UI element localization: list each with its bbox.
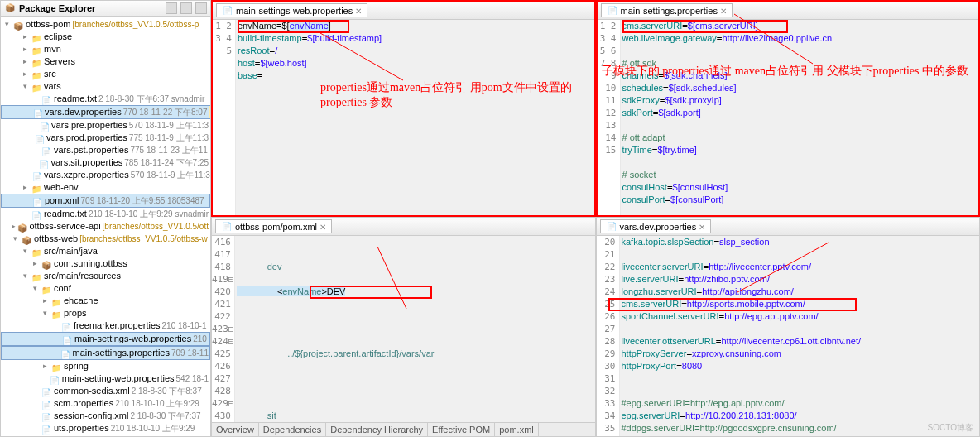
editor-area: 📄main-settings-web.properties✕ 1 2 3 4 5… <box>211 0 980 437</box>
tree-item[interactable]: ▾📁src/main/resources <box>1 270 210 282</box>
tree-item[interactable]: 📄vars.dev.properties 770 18-11-22 下午8:07… <box>1 105 210 119</box>
tree-item[interactable]: ▸📁src <box>1 68 210 80</box>
tree-item[interactable]: 📄readme.txt 210 18-10-10 上午9:29 svnadmir <box>1 208 210 220</box>
tree-item[interactable]: 📄freemarker.properties 210 18-10-1 <box>1 319 210 332</box>
tree-item[interactable]: ▸📁mvn <box>1 43 210 55</box>
tree-item[interactable]: 📄pom.xml 709 18-11-20 上午9:55 18053487 <box>1 194 210 208</box>
tree-item[interactable]: ▾📁props <box>1 307 210 319</box>
editor-pom: 📄ottbss-pom/pom.xml✕ 416 417 418 419⊟ 42… <box>211 217 596 437</box>
tree-item[interactable]: 📄main-settings.properties 709 18-11 <box>1 346 210 360</box>
tree-item[interactable]: ▸📁eclipse <box>1 31 210 43</box>
pom-tab[interactable]: Overview <box>212 423 259 436</box>
close-icon[interactable]: ✕ <box>720 7 727 16</box>
tree-item[interactable]: 📄uts.properties 210 18-10-10 上午9:29 <box>1 422 210 435</box>
tree-item[interactable]: 📄main-setting-web.properties 542 18-1 <box>1 372 210 385</box>
tab-ed3[interactable]: 📄ottbss-pom/pom.xml✕ <box>215 219 332 233</box>
tree-item[interactable]: 📄vars.prod.properties 775 18-11-9 上午11:3 <box>1 132 210 144</box>
code-area[interactable]: kafka.topic.slspSection=slsp_section liv… <box>620 236 980 436</box>
tree-item[interactable]: ▸📁web-env <box>1 181 210 194</box>
watermark: SOCTO博客 <box>928 422 973 434</box>
close-icon[interactable]: ✕ <box>355 7 362 16</box>
code-area[interactable]: cms.serverURI=$[cms.serverURI] web.liveI… <box>621 20 979 215</box>
tree-item[interactable]: 📄vars.xzpre.properties 570 18-11-9 上午11:… <box>1 169 210 181</box>
tree-item[interactable]: ▸📁Servers <box>1 55 210 68</box>
code-area[interactable]: dev <envName>DEV ../${project.parent.art… <box>235 236 595 422</box>
project-tree[interactable]: ▾📦ottbss-pom [branches/ottbss_VV1.0.5/ot… <box>1 17 210 436</box>
tree-item[interactable]: 📄session-config.xml 2 18-8-30 下午7:37 <box>1 410 210 422</box>
close-icon[interactable]: ✕ <box>319 223 326 232</box>
pom-tab[interactable]: pom.xml <box>495 423 539 436</box>
tree-item[interactable]: 📄vars.pst.properties 775 18-11-23 上午11 <box>1 144 210 156</box>
tree-item[interactable]: ▾📁vars <box>1 80 210 93</box>
tree-item[interactable]: ▸📦ottbss-service-api [branches/ottbss_VV… <box>1 220 210 233</box>
pom-editor-tabs[interactable]: OverviewDependenciesDependency Hierarchy… <box>212 422 595 436</box>
explorer-title: Package Explorer <box>19 3 162 13</box>
gutter: 416 417 418 419⊟ 420 421 422 423⊟ 424⊟ 4… <box>212 236 235 422</box>
focus-icon[interactable] <box>180 2 192 14</box>
tab-ed1[interactable]: 📄main-settings-web.properties✕ <box>216 3 368 17</box>
link-editor-icon[interactable] <box>166 2 177 14</box>
tab-ed4[interactable]: 📄vars.dev.properties✕ <box>600 219 712 233</box>
package-icon: 📦 <box>4 3 16 13</box>
explorer-header: 📦 Package Explorer <box>1 1 210 17</box>
tree-item[interactable]: 📄readme.txt 2 18-8-30 下午6:37 svnadmir <box>1 93 210 105</box>
editor-vars-dev: 📄vars.dev.properties✕ 20 21 22 23 24 25 … <box>596 217 981 437</box>
project-root[interactable]: ▾📦ottbss-pom [branches/ottbss_VV1.0.5/ot… <box>1 18 210 31</box>
tree-item[interactable]: ▸📦com.suning.ottbss <box>1 257 210 270</box>
tree-item[interactable]: 📄scm.properties 210 18-10-10 上午9:29 <box>1 397 210 410</box>
tree-item[interactable]: ▾📦ottbss-web [branches/ottbss_VV1.0.5/ot… <box>1 233 210 245</box>
tree-item[interactable]: 📄vars.sit.properties 785 18-11-24 下午7:25 <box>1 156 210 169</box>
tree-item[interactable]: 📄main-settings-web.properties 210 <box>1 332 210 346</box>
gutter: 1 2 3 4 5 6 7 8 9 10 11 12 13 14 15 <box>598 20 621 215</box>
editor-main-settings-web: 📄main-settings-web.properties✕ 1 2 3 4 5… <box>211 0 596 217</box>
editor-main-settings: 📄main-settings.properties✕ 1 2 3 4 5 6 7… <box>596 0 981 217</box>
tree-item[interactable]: ▸📁spring <box>1 360 210 372</box>
code-area[interactable]: envName=$[envName] build-timestamp=$[bui… <box>236 20 594 215</box>
tab-ed2[interactable]: 📄main-settings.properties✕ <box>601 3 733 17</box>
pom-tab[interactable]: Dependency Hierarchy <box>326 423 428 436</box>
tree-item[interactable]: ▸📁ehcache <box>1 295 210 307</box>
menu-icon[interactable] <box>195 2 207 14</box>
tree-item[interactable]: 📄common-sedis.xml 2 18-8-30 下午8:37 <box>1 385 210 397</box>
pom-tab[interactable]: Effective POM <box>428 423 495 436</box>
gutter: 20 21 22 23 24 25 26 27 28 29 30 31 32 3… <box>597 236 620 436</box>
package-explorer-panel: 📦 Package Explorer ▾📦ottbss-pom [branche… <box>0 0 211 437</box>
tree-item[interactable]: ▾📁conf <box>1 282 210 295</box>
close-icon[interactable]: ✕ <box>699 223 705 232</box>
gutter: 1 2 3 4 5 <box>213 20 236 215</box>
tree-item[interactable]: 📄vars.pre.properties 570 18-11-9 上午11:3 <box>1 119 210 132</box>
pom-tab[interactable]: Dependencies <box>259 423 326 436</box>
tree-item[interactable]: ▾📁src/main/java <box>1 245 210 257</box>
